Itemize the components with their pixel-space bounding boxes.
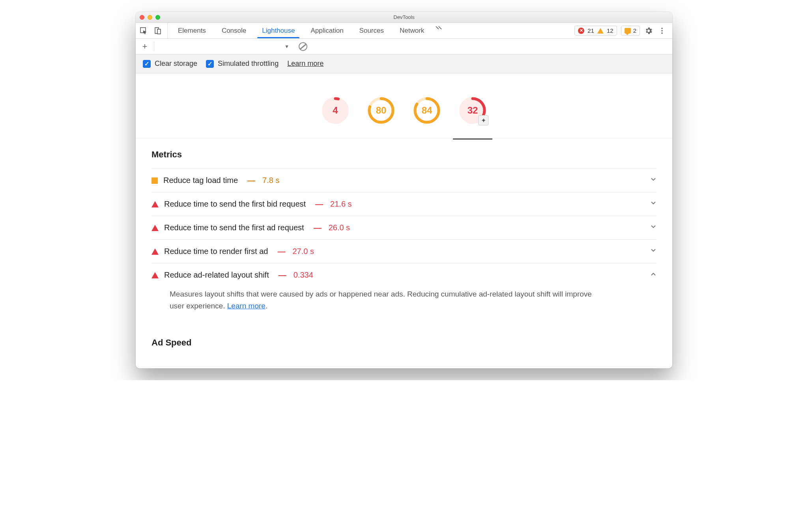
- issues-icon: [625, 28, 631, 34]
- new-report-button[interactable]: +: [140, 41, 150, 52]
- svg-point-4: [661, 30, 663, 32]
- more-options-icon[interactable]: [657, 26, 667, 35]
- tab-lighthouse[interactable]: Lighthouse: [254, 23, 303, 38]
- learn-more-link[interactable]: Learn more: [227, 302, 266, 310]
- svg-point-3: [661, 28, 663, 29]
- checkbox-checked-icon: ✓: [143, 60, 151, 68]
- more-tabs-icon[interactable]: [434, 23, 444, 32]
- metric-label: Reduce time to send the first ad request: [164, 223, 304, 232]
- simulated-throttling-label: Simulated throttling: [218, 60, 279, 68]
- report-scroll-area[interactable]: 4808432✦ Metrics Reduce tag load time—7.…: [136, 73, 672, 368]
- tab-application[interactable]: Application: [303, 23, 351, 38]
- warning-icon: [597, 28, 604, 34]
- metric-description: Measures layout shifts that were caused …: [152, 287, 593, 322]
- window-title: DevTools: [136, 14, 672, 20]
- triangle-icon: [152, 225, 159, 231]
- tab-network[interactable]: Network: [392, 23, 432, 38]
- tab-elements[interactable]: Elements: [170, 23, 214, 38]
- clear-icon[interactable]: [299, 42, 307, 51]
- lighthouse-options: ✓ Clear storage ✓ Simulated throttling L…: [136, 54, 672, 73]
- gauge-2[interactable]: 84: [413, 97, 440, 124]
- square-icon: [152, 177, 158, 184]
- svg-rect-2: [157, 29, 161, 34]
- gauge-score: 80: [368, 97, 395, 124]
- metric-row[interactable]: Reduce time to send the first ad request…: [152, 216, 656, 239]
- metric-row[interactable]: Reduce time to send the first bid reques…: [152, 192, 656, 216]
- metric-value: 0.334: [294, 271, 313, 280]
- metric-row[interactable]: Reduce time to render first ad—27.0 s: [152, 239, 656, 263]
- simulated-throttling-checkbox[interactable]: ✓ Simulated throttling: [206, 60, 279, 68]
- gauge-3[interactable]: 32✦: [459, 97, 486, 124]
- error-icon: ✕: [578, 28, 584, 34]
- chevron-up-icon[interactable]: [650, 271, 656, 279]
- metrics-heading: Metrics: [152, 149, 656, 160]
- checkbox-checked-icon: ✓: [206, 60, 214, 68]
- metric-label: Reduce time to render first ad: [164, 247, 268, 256]
- metric-row[interactable]: Reduce tag load time—7.8 s: [152, 168, 656, 192]
- metric-row[interactable]: Reduce ad-related layout shift—0.334: [152, 263, 656, 287]
- triangle-icon: [152, 272, 159, 278]
- lighthouse-toolbar: + ▼: [136, 39, 672, 54]
- gauge-0[interactable]: 4: [322, 97, 349, 124]
- issues-count: 2: [633, 27, 636, 34]
- devtools-tabs-bar: ElementsConsoleLighthouseApplicationSour…: [136, 23, 672, 39]
- clear-storage-checkbox[interactable]: ✓ Clear storage: [143, 60, 197, 68]
- console-errors-warnings-badge[interactable]: ✕ 21 12: [574, 26, 617, 35]
- devtools-window: DevTools ElementsConsoleLighthouseApplic…: [136, 12, 672, 368]
- metric-value: 26.0 s: [329, 223, 350, 232]
- triangle-icon: [152, 201, 159, 207]
- metric-value: 7.8 s: [262, 176, 279, 185]
- chevron-down-icon[interactable]: [650, 224, 656, 232]
- chevron-down-icon[interactable]: [650, 247, 656, 256]
- score-gauges: 4808432✦: [136, 73, 672, 138]
- tab-sources[interactable]: Sources: [352, 23, 392, 38]
- gauge-score: 84: [413, 97, 440, 124]
- chevron-down-icon[interactable]: [650, 176, 656, 185]
- plugin-icon: ✦: [478, 115, 488, 125]
- inspect-element-icon[interactable]: [139, 26, 148, 35]
- clear-storage-label: Clear storage: [155, 60, 197, 68]
- error-count: 21: [587, 27, 594, 34]
- settings-icon[interactable]: [644, 26, 653, 35]
- metric-label: Reduce ad-related layout shift: [164, 271, 269, 280]
- device-toggle-icon[interactable]: [153, 26, 163, 35]
- svg-point-5: [661, 32, 663, 34]
- metric-value: 21.6 s: [330, 200, 352, 209]
- warning-count: 12: [607, 27, 613, 34]
- metric-value: 27.0 s: [292, 247, 314, 256]
- ad-speed-heading: Ad Speed: [152, 338, 656, 348]
- chevron-down-icon[interactable]: [650, 200, 656, 208]
- gauge-1[interactable]: 80: [368, 97, 395, 124]
- metric-label: Reduce tag load time: [163, 176, 238, 185]
- gauge-score: 4: [322, 97, 349, 124]
- learn-more-link[interactable]: Learn more: [287, 60, 324, 68]
- metric-label: Reduce time to send the first bid reques…: [164, 200, 306, 209]
- report-dropdown[interactable]: ▼: [284, 44, 289, 49]
- window-titlebar: DevTools: [136, 12, 672, 23]
- tab-console[interactable]: Console: [214, 23, 254, 38]
- triangle-icon: [152, 248, 159, 255]
- issues-badge[interactable]: 2: [621, 26, 640, 35]
